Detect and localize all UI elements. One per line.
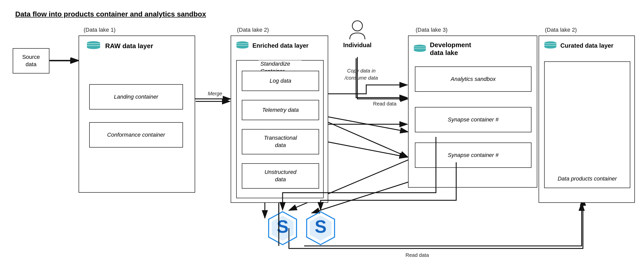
- lake1-label: (Data lake 1): [84, 27, 116, 33]
- svg-text:S: S: [315, 217, 327, 237]
- transactional-data-box: Transactional data: [242, 129, 319, 154]
- lake2a-label: (Data lake 2): [237, 27, 269, 33]
- data-products-label: Data products container: [558, 175, 617, 188]
- synapse-container1-box: Synapse container #: [415, 107, 531, 132]
- svg-point-13: [87, 45, 100, 49]
- log-data-box: Log data: [242, 71, 319, 91]
- data-products-box: Data products container: [544, 61, 630, 188]
- raw-db-icon: [87, 41, 101, 51]
- lake3-outer: Development data lake Analytics sandbox …: [408, 35, 537, 188]
- synapse-logo-2: S: [304, 210, 337, 247]
- log-data-label: Log data: [270, 77, 291, 85]
- lake2b-label: (Data lake 2): [545, 27, 577, 33]
- merge-label: Merge: [208, 91, 222, 97]
- enriched-layer-label: Enriched data layer: [252, 42, 308, 49]
- svg-point-20: [236, 45, 248, 48]
- landing-container-label: Landing container: [114, 93, 158, 101]
- landing-container-box: Landing container: [89, 84, 183, 110]
- unstructured-data-label: Unstructured data: [265, 169, 297, 183]
- svg-line-4: [327, 117, 408, 132]
- read-data-label-2: Read data: [406, 252, 429, 258]
- analytics-sandbox-label: Analytics sandbox: [451, 76, 495, 83]
- source-data-box: Source data: [13, 48, 49, 74]
- lake3-label: (Data lake 3): [416, 27, 448, 33]
- lake2b-outer: Curated data layer Data products contain…: [539, 35, 635, 203]
- analytics-sandbox-box: Analytics sandbox: [415, 66, 531, 92]
- svg-line-48: [328, 142, 407, 157]
- canvas: { "title": "Data flow into products cont…: [0, 0, 644, 269]
- svg-point-28: [414, 48, 426, 52]
- svg-line-5: [327, 122, 408, 157]
- conformance-container-label: Conformance container: [107, 131, 165, 139]
- page-title: Data flow into products container and an…: [15, 10, 206, 18]
- synapse-container2-box: Synapse container #: [415, 142, 531, 168]
- lake1-outer: RAW data layer Landing container Conform…: [79, 35, 195, 193]
- svg-point-41: [544, 45, 556, 48]
- synapse-logo-2-svg: S: [304, 210, 337, 246]
- conformance-container-box: Conformance container: [89, 122, 183, 148]
- person-icon-svg: [348, 20, 366, 41]
- synapse-logo-1: S: [266, 210, 299, 247]
- individual-person: Individual: [340, 20, 375, 49]
- telemetry-data-box: Telemetry data: [242, 100, 319, 120]
- enriched-db-icon: [236, 41, 249, 50]
- standardize-container: Standardize Container Log data Telemetry…: [236, 60, 324, 198]
- raw-layer-label: RAW data layer: [105, 42, 153, 50]
- dev-db-icon: [414, 44, 426, 53]
- transactional-data-label: Transactional data: [264, 134, 297, 149]
- synapse-logo-1-svg: S: [266, 210, 299, 246]
- curated-db-icon: [544, 41, 557, 50]
- copy-data-label: Copy data in /consume data: [345, 67, 378, 81]
- unstructured-data-box: Unstructured data: [242, 163, 319, 189]
- synapse-container2-label: Synapse container #: [448, 152, 499, 159]
- lake2a-outer: Enriched data layer Standardize Containe…: [231, 35, 328, 203]
- telemetry-data-label: Telemetry data: [262, 106, 299, 114]
- source-data-label: Source data: [22, 53, 40, 68]
- read-data-label-1: Read data: [373, 101, 396, 107]
- svg-text:S: S: [277, 217, 289, 237]
- svg-point-23: [352, 21, 362, 31]
- curated-layer-label: Curated data layer: [560, 42, 613, 49]
- synapse-container1-label: Synapse container #: [448, 116, 499, 123]
- dev-lake-label: Development data lake: [430, 41, 471, 57]
- individual-label: Individual: [343, 42, 372, 49]
